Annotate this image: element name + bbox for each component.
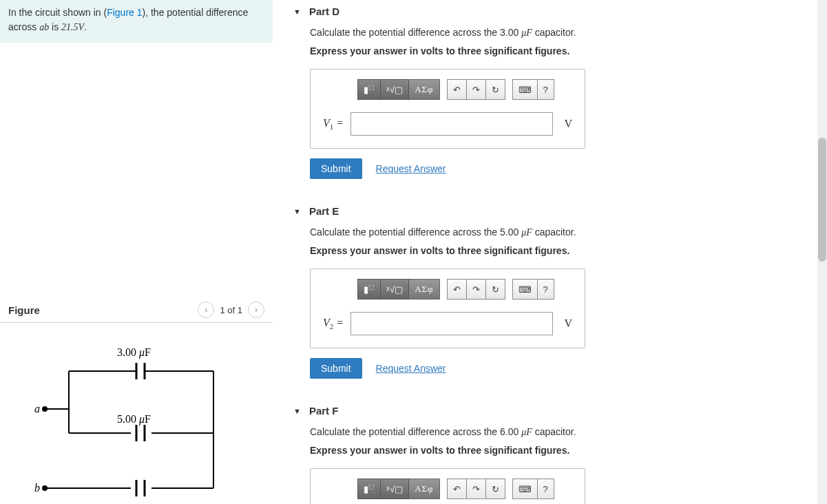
submit-button[interactable]: Submit <box>310 358 362 379</box>
svg-point-5 <box>42 406 48 412</box>
reset-icon[interactable]: ↻ <box>486 79 505 100</box>
input-row: V2 = V <box>323 312 572 335</box>
formula-toolbar: ▮⬚ᵡ√▢ΑΣφ↶↷↻⌨? <box>357 79 572 100</box>
part-header[interactable]: ▼Part D <box>293 0 813 27</box>
answer-box: ▮⬚ᵡ√▢ΑΣφ↶↷↻⌨? <box>310 468 585 504</box>
part-header[interactable]: ▼Part E <box>293 200 813 227</box>
keyboard-icon[interactable]: ⌨ <box>512 279 538 300</box>
problem-statement: In the circuit shown in (Figure 1), the … <box>0 0 273 43</box>
scroll-thumb[interactable] <box>818 138 826 262</box>
redo-icon[interactable]: ↷ <box>467 479 486 499</box>
reset-icon[interactable]: ↻ <box>486 479 505 499</box>
problem-is: is <box>49 21 61 32</box>
svg-rect-20 <box>131 481 151 495</box>
part-body: Calculate the potential difference acros… <box>293 227 813 379</box>
action-row: SubmitRequest Answer <box>310 158 813 179</box>
node-b-label: b <box>34 482 40 494</box>
part-body: Calculate the potential difference acros… <box>293 426 813 504</box>
instruction-text: Calculate the potential difference acros… <box>310 426 813 438</box>
answer-box: ▮⬚ᵡ√▢ΑΣφ↶↷↻⌨?V1 = V <box>310 69 585 149</box>
answer-input[interactable] <box>350 312 553 335</box>
part-header[interactable]: ▼Part F <box>293 399 813 426</box>
formula-toolbar: ▮⬚ᵡ√▢ΑΣφ↶↷↻⌨? <box>357 279 572 300</box>
request-answer-link[interactable]: Request Answer <box>376 163 446 174</box>
sigfig-text: Express your answer in volts to three si… <box>310 445 813 456</box>
action-row: SubmitRequest Answer <box>310 358 813 379</box>
greek-symbols-button[interactable]: ΑΣφ <box>409 279 439 300</box>
scrollbar[interactable] <box>817 0 827 504</box>
node-a-label: a <box>34 403 40 414</box>
sqrt-icon[interactable]: ᵡ√▢ <box>381 479 409 499</box>
figure-next-button[interactable]: › <box>248 302 264 318</box>
cap2-label: 5.00 μF <box>117 413 151 426</box>
part-title: Part E <box>309 205 339 217</box>
template-icon[interactable]: ▮⬚ <box>357 479 381 499</box>
figure-link[interactable]: Figure 1 <box>107 7 142 18</box>
request-answer-link[interactable]: Request Answer <box>376 363 446 374</box>
svg-rect-17 <box>131 426 151 440</box>
keyboard-icon[interactable]: ⌨ <box>512 79 538 100</box>
figure-header: Figure ‹ 1 of 1 › <box>0 297 273 323</box>
problem-var: ab <box>39 22 49 32</box>
undo-icon[interactable]: ↶ <box>447 279 467 300</box>
unit-label: V <box>560 317 572 330</box>
figure-prev-button[interactable]: ‹ <box>198 302 214 318</box>
collapse-icon: ▼ <box>293 407 301 415</box>
answer-box: ▮⬚ᵡ√▢ΑΣφ↶↷↻⌨?V2 = V <box>310 269 585 348</box>
sqrt-icon[interactable]: ᵡ√▢ <box>381 279 409 300</box>
help-icon[interactable]: ? <box>538 279 554 300</box>
variable-label: V2 = <box>323 317 344 330</box>
unit-label: V <box>560 118 572 130</box>
figure-nav: ‹ 1 of 1 › <box>198 302 264 318</box>
template-icon[interactable]: ▮⬚ <box>357 279 381 300</box>
problem-text-prefix: In the circuit shown in ( <box>8 7 107 18</box>
part-body: Calculate the potential difference acros… <box>293 27 813 179</box>
formula-toolbar: ▮⬚ᵡ√▢ΑΣφ↶↷↻⌨? <box>357 479 572 499</box>
cap1-label: 3.00 μF <box>117 346 151 359</box>
redo-icon[interactable]: ↷ <box>467 279 486 300</box>
input-row: V1 = V <box>323 112 572 136</box>
instruction-text: Calculate the potential difference acros… <box>310 27 813 39</box>
svg-point-9 <box>42 485 48 491</box>
answer-input[interactable] <box>350 112 553 136</box>
submit-button[interactable]: Submit <box>310 158 362 179</box>
problem-value: 21.5V <box>61 22 84 32</box>
figure-body: 3.00 μF 5.00 μF 6.00 μF a b <box>0 323 273 504</box>
greek-symbols-button[interactable]: ΑΣφ <box>409 79 439 100</box>
instruction-text: Calculate the potential difference acros… <box>310 227 813 238</box>
sigfig-text: Express your answer in volts to three si… <box>310 45 813 56</box>
sigfig-text: Express your answer in volts to three si… <box>310 245 813 256</box>
help-icon[interactable]: ? <box>538 479 554 499</box>
figure-count: 1 of 1 <box>220 305 242 315</box>
part-part-d: ▼Part DCalculate the potential differenc… <box>293 0 813 179</box>
variable-label: V1 = <box>323 117 344 131</box>
problem-period: . <box>84 21 87 32</box>
figure-title: Figure <box>8 304 40 316</box>
circuit-diagram: 3.00 μF 5.00 μF 6.00 μF a b <box>34 344 227 504</box>
template-icon[interactable]: ▮⬚ <box>357 79 381 100</box>
part-title: Part F <box>309 405 339 417</box>
redo-icon[interactable]: ↷ <box>467 79 486 100</box>
greek-symbols-button[interactable]: ΑΣφ <box>409 479 439 499</box>
collapse-icon: ▼ <box>293 207 301 216</box>
part-part-e: ▼Part ECalculate the potential differenc… <box>293 200 813 379</box>
undo-icon[interactable]: ↶ <box>447 479 467 499</box>
reset-icon[interactable]: ↻ <box>486 279 505 300</box>
undo-icon[interactable]: ↶ <box>447 79 467 100</box>
part-title: Part D <box>309 6 339 17</box>
collapse-icon: ▼ <box>293 8 301 16</box>
sqrt-icon[interactable]: ᵡ√▢ <box>381 79 409 100</box>
help-icon[interactable]: ? <box>538 79 554 100</box>
keyboard-icon[interactable]: ⌨ <box>512 479 538 499</box>
part-part-f: ▼Part FCalculate the potential differenc… <box>293 399 813 504</box>
